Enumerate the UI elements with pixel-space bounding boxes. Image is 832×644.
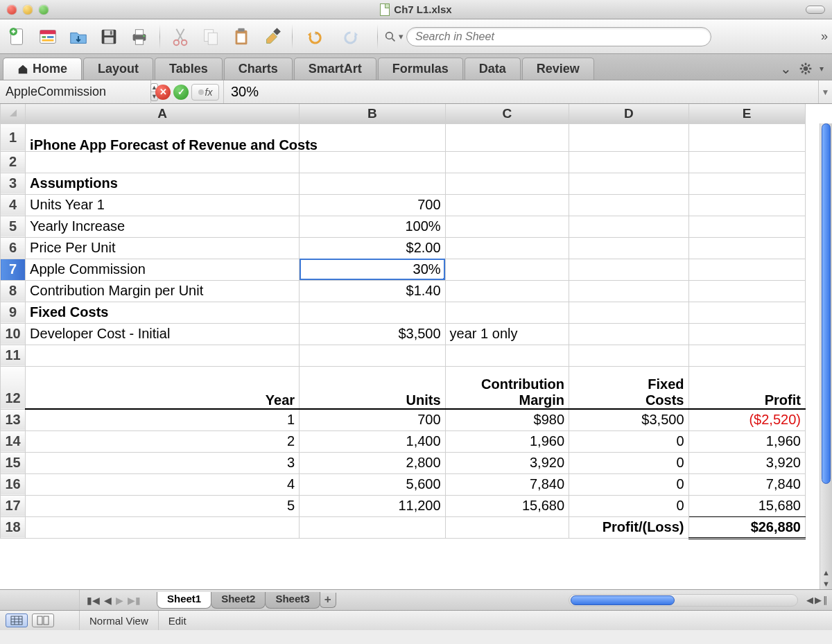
ribbon-tab-smartart[interactable]: SmartArt: [294, 58, 376, 80]
cell[interactable]: [688, 302, 805, 323]
cell[interactable]: [569, 194, 688, 216]
cell[interactable]: Contribution Margin per Unit: [26, 280, 300, 302]
cell[interactable]: [445, 173, 569, 194]
cell[interactable]: [569, 173, 688, 194]
row-header[interactable]: 8: [1, 280, 26, 302]
cell[interactable]: [688, 173, 805, 194]
spreadsheet-grid[interactable]: A B C D E 1 iPhone App Forecast of Reven…: [0, 104, 832, 589]
row-header[interactable]: 18: [1, 516, 26, 538]
cell[interactable]: 3,920: [688, 452, 805, 473]
cell[interactable]: [445, 302, 569, 323]
cell[interactable]: Assumptions: [26, 173, 300, 194]
name-box-input[interactable]: [0, 80, 150, 104]
ribbon-tab-review[interactable]: Review: [522, 58, 594, 80]
row-header[interactable]: 9: [1, 302, 26, 323]
cell[interactable]: [300, 345, 446, 366]
cell[interactable]: [26, 151, 300, 173]
row-header[interactable]: 15: [1, 452, 26, 473]
zoom-window-icon[interactable]: [39, 5, 49, 15]
row-header[interactable]: 16: [1, 473, 26, 495]
cell[interactable]: [300, 173, 446, 194]
scroll-up-icon[interactable]: ▲: [820, 567, 832, 578]
redo-button[interactable]: [337, 24, 370, 49]
cell[interactable]: [300, 516, 446, 538]
cell[interactable]: Profit: [688, 366, 805, 409]
cell[interactable]: 5: [26, 495, 300, 516]
vertical-scrollbar[interactable]: ▲ ▼: [820, 123, 832, 589]
cell[interactable]: [688, 323, 805, 345]
row-header[interactable]: 2: [1, 151, 26, 173]
cell[interactable]: $3,500: [300, 323, 446, 345]
scroll-thumb[interactable]: [822, 123, 831, 484]
cell[interactable]: $1.40: [300, 280, 446, 302]
col-header-a[interactable]: A: [26, 104, 300, 123]
scroll-left-icon[interactable]: ◀: [806, 595, 813, 605]
cell[interactable]: Yearly Increase: [26, 216, 300, 237]
cell[interactable]: 1: [26, 409, 300, 430]
cell[interactable]: 700: [300, 194, 446, 216]
formula-bar-expand-icon[interactable]: ▼: [818, 80, 832, 103]
cell[interactable]: [569, 323, 688, 345]
cell[interactable]: [688, 280, 805, 302]
search-field[interactable]: [406, 27, 711, 46]
cell[interactable]: Year: [26, 366, 300, 409]
close-window-icon[interactable]: [7, 5, 17, 15]
cell[interactable]: Apple Commission: [26, 259, 300, 280]
cell[interactable]: [569, 302, 688, 323]
cell[interactable]: Units Year 1: [26, 194, 300, 216]
cell[interactable]: 5,600: [300, 473, 446, 495]
cell[interactable]: [569, 280, 688, 302]
cell[interactable]: 2,800: [300, 452, 446, 473]
cell[interactable]: 3,920: [445, 452, 569, 473]
cell[interactable]: 4: [26, 473, 300, 495]
paste-button[interactable]: [228, 24, 254, 49]
cell[interactable]: [26, 345, 300, 366]
row-header[interactable]: 7: [1, 259, 26, 280]
cell[interactable]: 3: [26, 452, 300, 473]
cell[interactable]: [688, 151, 805, 173]
cell[interactable]: FixedCosts: [569, 366, 688, 409]
sheet-tab[interactable]: Sheet1: [157, 592, 211, 609]
undo-button[interactable]: [300, 24, 333, 49]
cell[interactable]: $980: [445, 409, 569, 430]
selected-cell[interactable]: 30%: [300, 259, 446, 280]
minimize-window-icon[interactable]: [23, 5, 33, 15]
row-header[interactable]: 14: [1, 430, 26, 452]
confirm-edit-button[interactable]: ✓: [173, 85, 189, 100]
horizontal-scrollbar[interactable]: [569, 594, 798, 607]
cell[interactable]: [26, 516, 300, 538]
row-header[interactable]: 10: [1, 323, 26, 345]
ribbon-tab-data[interactable]: Data: [465, 58, 521, 80]
cell[interactable]: ContributionMargin: [445, 366, 569, 409]
row-header[interactable]: 17: [1, 495, 26, 516]
cell[interactable]: [445, 345, 569, 366]
cell[interactable]: [569, 123, 688, 151]
cell[interactable]: [569, 259, 688, 280]
cell[interactable]: [300, 302, 446, 323]
cell[interactable]: $26,880: [688, 516, 805, 538]
cell[interactable]: [688, 216, 805, 237]
cell[interactable]: 15,680: [445, 495, 569, 516]
ribbon-tab-formulas[interactable]: Formulas: [378, 58, 463, 80]
cell[interactable]: 0: [569, 473, 688, 495]
cell[interactable]: [445, 123, 569, 151]
cell[interactable]: [300, 123, 446, 151]
sheet-nav-first-icon[interactable]: ▮◀: [85, 593, 101, 607]
cell[interactable]: [445, 151, 569, 173]
cell[interactable]: [688, 345, 805, 366]
cell[interactable]: $2.00: [300, 237, 446, 259]
normal-view-button[interactable]: [6, 613, 28, 627]
row-header[interactable]: 13: [1, 409, 26, 430]
cell[interactable]: 0: [569, 495, 688, 516]
cell[interactable]: 1,400: [300, 430, 446, 452]
ribbon-tab-charts[interactable]: Charts: [224, 58, 293, 80]
row-header[interactable]: 5: [1, 216, 26, 237]
format-painter-button[interactable]: [259, 24, 285, 49]
new-workbook-button[interactable]: [4, 24, 31, 49]
cell[interactable]: 700: [300, 409, 446, 430]
row-header[interactable]: 11: [1, 345, 26, 366]
template-button[interactable]: [35, 24, 61, 49]
cell[interactable]: [569, 237, 688, 259]
col-header-c[interactable]: C: [445, 104, 569, 123]
cell[interactable]: Price Per Unit: [26, 237, 300, 259]
